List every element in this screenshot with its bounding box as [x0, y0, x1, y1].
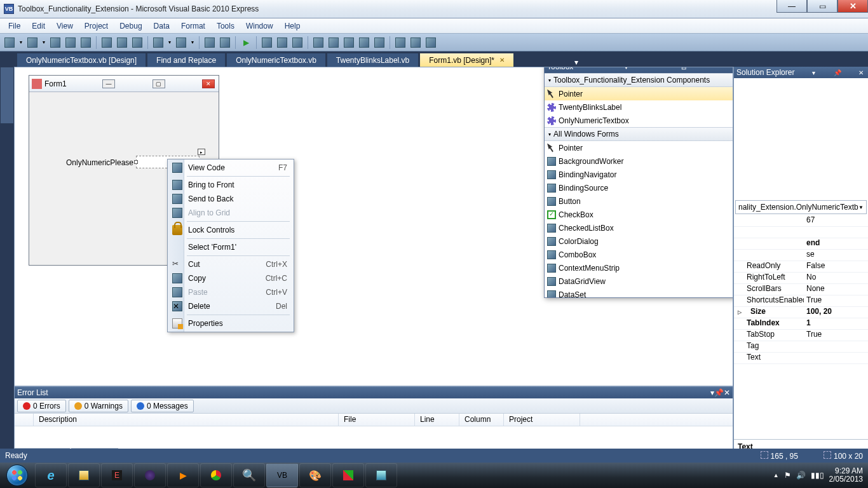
tray-network-icon[interactable]: ▮▮▯: [811, 471, 824, 480]
new-project-button[interactable]: [3, 36, 17, 50]
menu-debug[interactable]: Debug: [114, 20, 147, 32]
errorlist-column-header[interactable]: Description: [34, 414, 339, 426]
save-all-button[interactable]: [79, 36, 93, 50]
taskbar-vs[interactable]: VB: [266, 463, 298, 487]
toolbox-item[interactable]: ContextMenuStrip: [545, 261, 733, 274]
undo-dropdown[interactable]: ▼: [166, 36, 173, 50]
se-dropdown-icon[interactable]: ▾: [810, 69, 818, 76]
nav-back-button[interactable]: [203, 36, 217, 50]
property-row[interactable]: Tag: [734, 341, 868, 353]
align-button-6[interactable]: [342, 36, 356, 50]
align-button-10[interactable]: [409, 36, 423, 50]
align-button-8[interactable]: [372, 36, 386, 50]
toolbox-item[interactable]: ComboBox: [545, 248, 733, 261]
context-view-code[interactable]: View CodeF7: [169, 161, 292, 175]
errorlist-column-header[interactable]: [15, 414, 34, 426]
tabstrip-overflow-icon[interactable]: ▾: [571, 58, 582, 67]
toolbox-item[interactable]: CheckBox: [545, 208, 733, 221]
document-tab[interactable]: OnlyNumericTextbox.vb: [226, 53, 326, 67]
new-project-dropdown[interactable]: ▼: [18, 36, 24, 50]
taskbar-explorer[interactable]: [68, 463, 100, 487]
save-button[interactable]: [64, 36, 78, 50]
context-delete[interactable]: ✕DeleteDel: [169, 299, 292, 313]
property-row[interactable]: TabIndex1: [734, 318, 868, 330]
toolbox-dropdown-icon[interactable]: ▾: [622, 67, 631, 71]
align-button-1[interactable]: [260, 36, 274, 50]
menu-project[interactable]: Project: [79, 20, 114, 32]
se-pin-icon[interactable]: 📌: [833, 69, 842, 76]
expand-icon[interactable]: ▷: [738, 309, 742, 315]
toolbox-item[interactable]: Pointer: [545, 87, 733, 100]
context-lock-controls[interactable]: Lock Controls: [169, 223, 292, 237]
data-sources-tab[interactable]: Data Sources: [0, 67, 14, 124]
property-grid[interactable]: 67endseReadOnlyFalseRightToLeftNoScrollB…: [734, 215, 868, 439]
context-cut[interactable]: ✂CutCtrl+X: [169, 257, 292, 271]
smart-tag-icon[interactable]: [198, 149, 205, 155]
taskbar-app2[interactable]: [332, 463, 364, 487]
align-button-2[interactable]: [275, 36, 289, 50]
toolbox-item[interactable]: OnlyNumericTextbox: [545, 114, 733, 127]
property-row[interactable]: ReadOnlyFalse: [734, 261, 868, 273]
tab-close-icon[interactable]: ✕: [499, 57, 505, 64]
tray-volume-icon[interactable]: 🔊: [796, 471, 806, 480]
taskbar-ie[interactable]: e: [35, 463, 67, 487]
menu-help[interactable]: Help: [279, 20, 306, 32]
toolbox-item[interactable]: ColorDialog: [545, 234, 733, 248]
start-debug-button[interactable]: ▶: [239, 36, 253, 50]
errorlist-filter-button[interactable]: 0 Errors: [17, 400, 66, 412]
se-close-icon[interactable]: ✕: [857, 69, 865, 76]
toolbox-group-header[interactable]: ▾All Windows Forms: [545, 127, 733, 141]
property-row[interactable]: RightToLeftNo: [734, 273, 868, 284]
menu-data[interactable]: Data: [148, 20, 175, 32]
toolbox-window[interactable]: Toolbox ▾ ⊟ ✕ ▾Toolbox_Functionality_Ext…: [544, 67, 733, 298]
add-item-dropdown[interactable]: ▼: [41, 36, 47, 50]
toolbox-item[interactable]: Button: [545, 194, 733, 208]
undo-button[interactable]: [151, 36, 165, 50]
taskbar-eclipse[interactable]: [134, 463, 166, 487]
property-row[interactable]: ShortcutsEnabledTrue: [734, 295, 868, 307]
toolbox-item[interactable]: BindingSource: [545, 181, 733, 194]
open-button[interactable]: [48, 36, 62, 50]
menu-edit[interactable]: Edit: [26, 20, 51, 32]
align-button-5[interactable]: [327, 36, 341, 50]
dropdown-icon[interactable]: ▼: [858, 205, 864, 210]
toolbox-item[interactable]: TwentyBlinksLabel: [545, 100, 733, 114]
nav-fwd-button[interactable]: [218, 36, 232, 50]
menu-window[interactable]: Window: [240, 20, 279, 32]
taskbar-app3[interactable]: [365, 463, 397, 487]
property-row[interactable]: ScrollBarsNone: [734, 284, 868, 295]
tray-flag-icon[interactable]: ⚑: [784, 471, 791, 480]
errorlist-column-header[interactable]: Column: [459, 414, 504, 426]
taskbar-media[interactable]: ▶: [167, 463, 199, 487]
property-object-selector[interactable]: nality_Extension.OnlyNumericTextb ▼: [735, 200, 867, 214]
form-designer[interactable]: Form1 — ▢ ✕ OnlyNumericPlease Vie: [14, 67, 733, 386]
paste-button[interactable]: [130, 36, 144, 50]
document-tab[interactable]: OnlyNumericTextbox.vb [Design]: [17, 53, 146, 67]
document-tab[interactable]: Find and Replace: [147, 53, 226, 67]
menu-view[interactable]: View: [51, 20, 79, 32]
align-button-7[interactable]: [357, 36, 371, 50]
context-copy[interactable]: CopyCtrl+C: [169, 271, 292, 285]
menu-format[interactable]: Format: [175, 20, 211, 32]
close-button[interactable]: ✕: [837, 0, 868, 13]
property-row[interactable]: Text: [734, 353, 868, 364]
tray-arrow-icon[interactable]: ▲: [773, 472, 779, 478]
errorlist-pin-icon[interactable]: 📌: [714, 388, 724, 397]
redo-dropdown[interactable]: ▼: [189, 36, 196, 50]
solution-explorer-body[interactable]: [734, 78, 868, 199]
property-row[interactable]: ▷Size100, 20: [734, 307, 868, 318]
property-row[interactable]: se: [734, 250, 868, 261]
redo-button[interactable]: [174, 36, 188, 50]
toolbox-titlebar[interactable]: Toolbox ▾ ⊟ ✕: [545, 67, 733, 73]
add-item-button[interactable]: [25, 36, 39, 50]
taskbar-app1[interactable]: E: [101, 463, 133, 487]
toolbox-group-header[interactable]: ▾Toolbox_Functionality_Extension Compone…: [545, 73, 733, 87]
errorlist-filter-button[interactable]: 0 Warnings: [69, 400, 128, 412]
context-select-form1-[interactable]: Select 'Form1': [169, 240, 292, 254]
errorlist-column-header[interactable]: Project: [504, 414, 580, 426]
menu-tools[interactable]: Tools: [211, 20, 240, 32]
property-row[interactable]: 67: [734, 215, 868, 227]
context-send-to-back[interactable]: Send to Back: [169, 192, 292, 206]
toolbox-item[interactable]: DataSet: [545, 288, 733, 297]
property-row[interactable]: [734, 227, 868, 238]
